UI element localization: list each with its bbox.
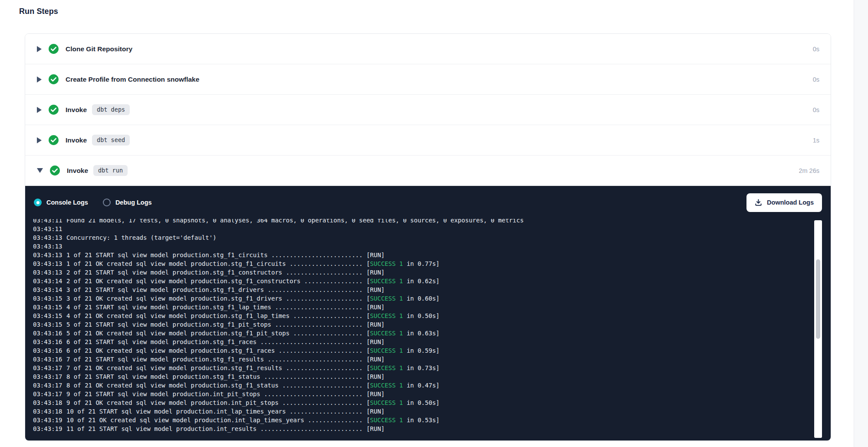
- run-step-row[interactable]: Invokedbt deps0s: [25, 95, 831, 125]
- log-timestamp: 03:43:11: [33, 219, 63, 225]
- page-title: Run Steps: [19, 7, 58, 16]
- log-timestamp: 03:43:14: [33, 285, 63, 294]
- log-status-rest: in 0.59s]: [403, 346, 439, 355]
- log-message: 8 of 21 OK created sql view model produc…: [66, 381, 370, 390]
- log-timestamp: 03:43:13: [33, 259, 63, 268]
- log-status-rest: in 0.60s]: [403, 294, 439, 303]
- log-timestamp: 03:43:18: [33, 407, 63, 416]
- chevron-right-icon[interactable]: [37, 46, 42, 52]
- log-timestamp: 03:43:16: [33, 355, 63, 364]
- log-timestamp: 03:43:17: [33, 372, 63, 381]
- log-message: 3 of 21 START sql view model production.…: [66, 285, 385, 294]
- log-line: 03:43:131 of 21 START sql view model pro…: [33, 251, 805, 259]
- step-label: Invoke: [67, 167, 88, 175]
- log-timestamp: 03:43:17: [33, 390, 63, 398]
- log-message: 7 of 21 OK created sql view model produc…: [66, 364, 370, 372]
- log-timestamp: 03:43:13: [33, 242, 63, 251]
- log-status-success: SUCCESS 1: [370, 381, 403, 390]
- log-line: 03:43:154 of 21 START sql view model pro…: [33, 303, 805, 311]
- log-status-rest: in 0.50s]: [403, 311, 439, 320]
- log-timestamp: 03:43:19: [33, 424, 63, 433]
- page-right-gutter: [854, 0, 868, 447]
- log-timestamp: 03:43:16: [33, 329, 63, 338]
- log-message: 2 of 21 START sql view model production.…: [66, 268, 385, 277]
- success-check-icon: [49, 165, 60, 176]
- console-scrollbar[interactable]: [814, 220, 822, 438]
- run-step-row[interactable]: Invokedbt seed1s: [25, 125, 831, 156]
- log-line: 03:43:178 of 21 START sql view model pro…: [33, 372, 805, 381]
- log-message: Concurrency: 1 threads (target='default'…: [66, 233, 217, 242]
- chevron-right-icon[interactable]: [37, 76, 42, 83]
- radio-dot: [36, 201, 39, 204]
- chevron-right-icon[interactable]: [37, 107, 42, 113]
- log-message: 5 of 21 START sql view model production.…: [66, 320, 385, 329]
- tab-debug-logs[interactable]: Debug Logs: [103, 199, 152, 206]
- step-command-chip: dbt seed: [92, 135, 130, 146]
- run-step-row[interactable]: Invokedbt run2m 26s: [25, 156, 831, 186]
- log-line: 03:43:1810 of 21 START sql view model pr…: [33, 407, 805, 416]
- chevron-right-icon[interactable]: [37, 137, 42, 143]
- step-command-chip: dbt run: [93, 165, 128, 176]
- log-line: 03:43:1911 of 21 START sql view model pr…: [33, 424, 805, 433]
- log-timestamp: 03:43:17: [33, 364, 63, 372]
- download-logs-label: Download Logs: [767, 199, 814, 206]
- log-message: 3 of 21 OK created sql view model produc…: [66, 294, 370, 303]
- log-status-success: SUCCESS 1: [370, 346, 403, 355]
- log-line: 03:43:132 of 21 START sql view model pro…: [33, 268, 805, 277]
- log-status-success: SUCCESS 1: [370, 277, 403, 285]
- console-scrollbar-thumb[interactable]: [816, 259, 820, 339]
- log-message: 9 of 21 START sql view model production.…: [66, 390, 385, 398]
- log-timestamp: 03:43:15: [33, 311, 63, 320]
- chevron-down-icon[interactable]: [37, 168, 43, 173]
- log-line: 03:43:155 of 21 START sql view model pro…: [33, 320, 805, 329]
- console-log-lines: 03:43:11Found 21 models, 17 tests, 0 sna…: [33, 219, 805, 433]
- log-message: 1 of 21 OK created sql view model produc…: [66, 259, 370, 268]
- log-timestamp: 03:43:14: [33, 277, 63, 285]
- success-check-icon: [48, 135, 59, 146]
- log-message: 10 of 21 START sql view model production…: [66, 407, 385, 416]
- log-message: 2 of 21 OK created sql view model produc…: [66, 277, 370, 285]
- log-line: 03:43:165 of 21 OK created sql view mode…: [33, 329, 805, 338]
- download-logs-button[interactable]: Download Logs: [746, 193, 822, 212]
- console-log-viewport[interactable]: 03:43:11Found 21 models, 17 tests, 0 sna…: [25, 219, 831, 440]
- tab-debug-logs-label: Debug Logs: [115, 199, 152, 206]
- log-line: 03:43:131 of 21 OK created sql view mode…: [33, 259, 805, 268]
- log-timestamp: 03:43:13: [33, 251, 63, 259]
- log-line: 03:43:143 of 21 START sql view model pro…: [33, 285, 805, 294]
- step-label: Invoke: [66, 136, 87, 144]
- log-status-success: SUCCESS 1: [370, 259, 403, 268]
- tab-console-logs-label: Console Logs: [46, 199, 88, 206]
- log-timestamp: 03:43:15: [33, 294, 63, 303]
- step-duration: 0s: [813, 76, 819, 83]
- console-panel: Console Logs Debug Logs Download Logs 03…: [25, 186, 831, 440]
- log-message: 10 of 21 OK created sql view model produ…: [66, 416, 370, 424]
- log-timestamp: 03:43:16: [33, 338, 63, 346]
- log-timestamp: 03:43:13: [33, 268, 63, 277]
- log-line: 03:43:142 of 21 OK created sql view mode…: [33, 277, 805, 285]
- log-line: 03:43:13Concurrency: 1 threads (target='…: [33, 233, 805, 242]
- log-line: 03:43:166 of 21 START sql view model pro…: [33, 338, 805, 346]
- step-duration: 2m 26s: [799, 167, 819, 174]
- log-status-success: SUCCESS 1: [370, 311, 403, 320]
- run-step-row[interactable]: Clone Git Repository0s: [25, 34, 831, 64]
- log-status-rest: in 0.50s]: [403, 398, 439, 407]
- log-line: 03:43:189 of 21 OK created sql view mode…: [33, 398, 805, 407]
- tab-console-logs[interactable]: Console Logs: [34, 199, 88, 206]
- radio-selected-icon: [34, 199, 42, 206]
- log-message: 4 of 21 OK created sql view model produc…: [66, 311, 370, 320]
- log-status-rest: in 0.77s]: [403, 259, 439, 268]
- run-steps-page: Run Steps Clone Git Repository0sCreate P…: [0, 0, 868, 447]
- run-step-row[interactable]: Create Profile from Connection snowflake…: [25, 64, 831, 95]
- log-timestamp: 03:43:17: [33, 381, 63, 390]
- success-check-icon: [48, 43, 59, 54]
- log-message: 7 of 21 START sql view model production.…: [66, 355, 385, 364]
- log-status-rest: in 0.63s]: [403, 329, 439, 338]
- step-label: Invoke: [66, 106, 87, 114]
- log-timestamp: 03:43:19: [33, 416, 63, 424]
- log-status-success: SUCCESS 1: [370, 364, 403, 372]
- download-icon: [755, 199, 762, 206]
- log-timestamp: 03:43:13: [33, 233, 63, 242]
- run-steps-list: Clone Git Repository0sCreate Profile fro…: [25, 34, 831, 186]
- log-status-rest: in 0.53s]: [403, 416, 439, 424]
- log-line: 03:43:13: [33, 242, 805, 251]
